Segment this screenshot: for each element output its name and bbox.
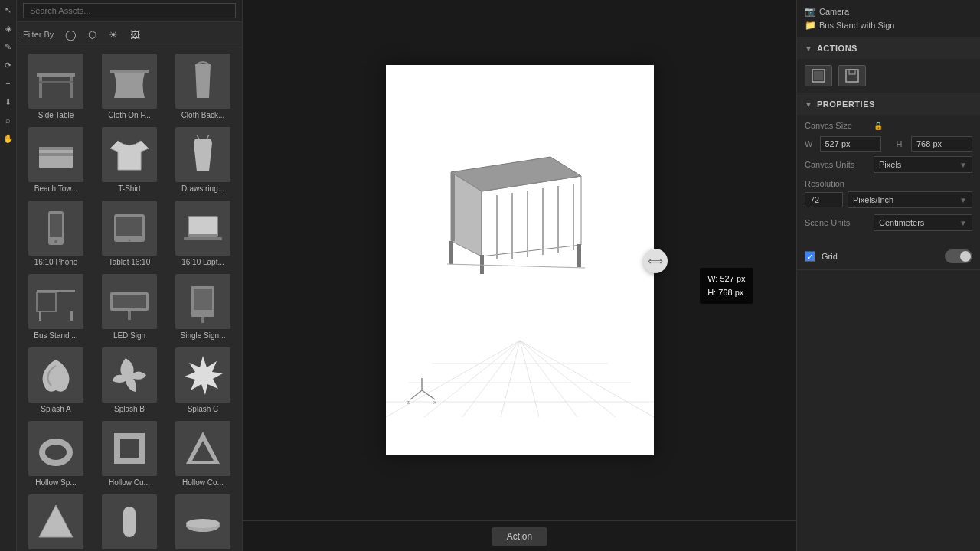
svg-text:z: z <box>407 399 410 406</box>
properties-chevron: ▼ <box>805 100 812 109</box>
asset-phone[interactable]: 16:10 Phone <box>20 197 92 269</box>
light-filter[interactable]: ☀ <box>106 27 121 42</box>
asset-label-hollow-sp: Hollow Sp... <box>25 478 87 487</box>
asset-laptop[interactable]: 16:10 Lapt... <box>167 197 239 269</box>
asset-label-phone: 16:10 Phone <box>25 258 87 266</box>
asset-thumb-splash-b <box>102 347 157 403</box>
scene-units-label: Scene Units <box>805 218 874 227</box>
asset-thumb-tshirt <box>102 127 157 182</box>
grid-checkbox[interactable]: ✓ <box>805 251 815 262</box>
asset-cloth-back[interactable]: Cloth Back... <box>167 51 239 122</box>
svg-rect-65 <box>480 255 484 274</box>
actions-row <box>797 59 980 93</box>
asset-thumb-prism <box>28 494 83 549</box>
resize-handle[interactable]: ⟺ <box>643 249 668 273</box>
asset-splash-c[interactable]: Splash C <box>167 344 239 416</box>
asset-hollow-sp[interactable]: Hollow Sp... <box>20 418 92 490</box>
asset-prism[interactable]: Prism <box>20 491 92 551</box>
asset-splash-a[interactable]: Splash A <box>20 344 92 416</box>
canvas-units-dropdown[interactable]: Pixels ▼ <box>874 156 972 173</box>
svg-line-68 <box>410 390 422 399</box>
grid-toggle[interactable] <box>945 249 972 263</box>
svg-rect-21 <box>39 311 41 321</box>
search-input[interactable] <box>23 3 236 18</box>
asset-tablet[interactable]: Tablet 16:10 <box>93 197 165 269</box>
canvas-size-label: Canvas Size <box>805 121 874 130</box>
scene-units-dropdown[interactable]: Centimeters ▼ <box>874 214 972 231</box>
brush-tool[interactable]: ✎ <box>2 40 15 54</box>
image-filter[interactable]: 🖼 <box>127 27 142 42</box>
shape-filter[interactable]: ◯ <box>63 27 78 42</box>
svg-rect-64 <box>449 241 453 264</box>
action-btn-1[interactable] <box>805 65 832 86</box>
svg-rect-0 <box>37 73 75 77</box>
asset-beach-towel[interactable]: Beach Tow... <box>20 124 92 196</box>
asset-thumb-hollow-co <box>175 421 230 476</box>
search-tool[interactable]: ⌕ <box>2 113 15 127</box>
svg-marker-63 <box>451 172 455 241</box>
svg-rect-76 <box>849 70 855 74</box>
canvas-units-row: Canvas Units Pixels ▼ <box>805 156 972 173</box>
mesh-filter[interactable]: ⬡ <box>84 27 100 42</box>
search-bar <box>17 0 242 22</box>
asset-led-sign[interactable]: LED Sign <box>93 271 165 343</box>
asset-thumb-splash-a <box>28 347 83 403</box>
svg-rect-5 <box>39 147 73 168</box>
assets-grid: Side Table Cloth On F... Cloth Back... <box>17 47 242 551</box>
asset-hollow-co[interactable]: Hollow Co... <box>167 418 239 490</box>
asset-cloth-on-f[interactable]: Cloth On F... <box>93 51 165 122</box>
viewport[interactable]: z x ⟺ W: 527 px H: 768 px <box>243 0 796 520</box>
asset-label-hollow-co: Hollow Co... <box>172 478 234 487</box>
action-button[interactable]: Action <box>492 527 547 546</box>
transform-tool[interactable]: ⟳ <box>2 58 15 72</box>
add-tool[interactable]: + <box>2 77 15 90</box>
asset-tshirt[interactable]: T-Shirt <box>93 124 165 196</box>
asset-bus-stand[interactable]: Bus Stand ... <box>20 271 92 343</box>
svg-rect-20 <box>37 292 56 311</box>
svg-rect-17 <box>189 217 217 234</box>
viewport-bottom: Action <box>243 520 796 551</box>
asset-hollow-cu[interactable]: Hollow Cu... <box>93 418 165 490</box>
asset-label-side-table: Side Table <box>25 111 87 119</box>
svg-point-37 <box>186 519 220 528</box>
asset-capsule[interactable]: Capsule <box>93 491 165 551</box>
svg-rect-4 <box>110 70 149 73</box>
filter-bar: Filter By ◯ ⬡ ☀ 🖼 <box>17 22 242 47</box>
svg-rect-28 <box>201 317 204 323</box>
download-tool[interactable]: ⬇ <box>2 95 15 109</box>
svg-text:x: x <box>433 399 436 406</box>
grid-row: ✓ Grid <box>797 243 980 269</box>
actions-section: ▼ ACTIONS <box>797 37 980 93</box>
asset-side-table[interactable]: Side Table <box>20 51 92 122</box>
h-label: H <box>897 139 907 148</box>
select-tool[interactable]: ↖ <box>2 3 15 17</box>
grid-toggle-knob <box>960 251 971 262</box>
svg-rect-25 <box>128 311 131 320</box>
hand-tool[interactable]: ✋ <box>2 132 15 145</box>
asset-thumb-tablet <box>102 201 157 256</box>
svg-rect-22 <box>70 311 73 321</box>
asset-drawstring[interactable]: Drawstring... <box>167 124 239 196</box>
canvas-height-input[interactable] <box>911 136 972 152</box>
scene-units-value: Centimeters <box>879 218 924 227</box>
canvas-width-input[interactable] <box>820 136 881 152</box>
asset-thumb-side-table <box>28 54 83 109</box>
svg-line-49 <box>501 341 520 417</box>
scene-units-arrow: ▼ <box>959 219 967 227</box>
asset-label-laptop: 16:10 Lapt... <box>172 258 234 266</box>
actions-header[interactable]: ▼ ACTIONS <box>797 37 980 59</box>
resolution-input[interactable] <box>805 192 843 207</box>
asset-disc[interactable]: Disc <box>167 491 239 551</box>
svg-line-44 <box>520 341 654 417</box>
action-btn-2[interactable] <box>838 65 866 86</box>
asset-label-tshirt: T-Shirt <box>99 184 160 193</box>
properties-header[interactable]: ▼ PROPERTIES <box>797 93 980 115</box>
asset-single-sign[interactable]: Single Sign... <box>167 271 239 343</box>
resolution-unit-dropdown[interactable]: Pixels/Inch ▼ <box>848 191 972 208</box>
unknown-tool-1[interactable]: ◈ <box>2 21 15 35</box>
asset-splash-b[interactable]: Splash B <box>93 344 165 416</box>
main-area: z x ⟺ W: 527 px H: 768 px Action <box>243 0 796 551</box>
properties-title: PROPERTIES <box>817 99 875 109</box>
asset-thumb-disc <box>175 494 230 549</box>
properties-body: Canvas Size 🔒 W H Canvas Units Pixels ▼ <box>797 115 980 243</box>
